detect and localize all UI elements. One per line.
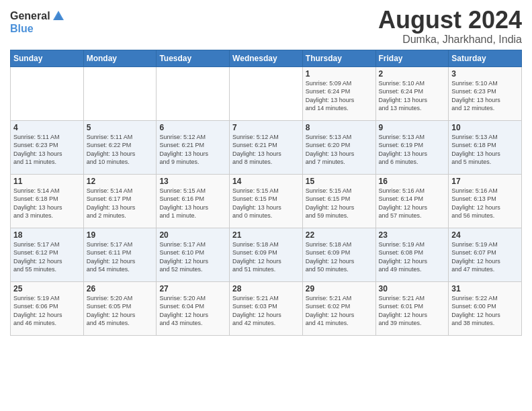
day-number: 9: [379, 123, 446, 132]
calendar-cell: 21Sunrise: 5:18 AM Sunset: 6:09 PM Dayli…: [230, 228, 303, 281]
calendar-week-5: 25Sunrise: 5:19 AM Sunset: 6:06 PM Dayli…: [11, 281, 522, 335]
day-detail: Sunrise: 5:19 AM Sunset: 6:07 PM Dayligh…: [451, 240, 519, 274]
day-number: 23: [379, 230, 446, 240]
day-detail: Sunrise: 5:17 AM Sunset: 6:12 PM Dayligh…: [13, 240, 81, 274]
calendar-cell: 10Sunrise: 5:13 AM Sunset: 6:18 PM Dayli…: [449, 120, 522, 174]
day-number: 17: [451, 177, 519, 186]
calendar-cell: 17Sunrise: 5:16 AM Sunset: 6:13 PM Dayli…: [449, 174, 522, 228]
day-number: 16: [379, 177, 446, 186]
calendar-cell: 7Sunrise: 5:12 AM Sunset: 6:21 PM Daylig…: [230, 120, 303, 174]
calendar-cell: 12Sunrise: 5:14 AM Sunset: 6:17 PM Dayli…: [83, 174, 157, 228]
day-detail: Sunrise: 5:13 AM Sunset: 6:18 PM Dayligh…: [451, 133, 519, 167]
col-friday: Friday: [375, 50, 449, 66]
day-detail: Sunrise: 5:16 AM Sunset: 6:13 PM Dayligh…: [451, 187, 519, 220]
day-detail: Sunrise: 5:18 AM Sunset: 6:09 PM Dayligh…: [306, 240, 373, 274]
calendar-week-2: 4Sunrise: 5:11 AM Sunset: 6:23 PM Daylig…: [11, 120, 522, 174]
calendar-cell: 18Sunrise: 5:17 AM Sunset: 6:12 PM Dayli…: [11, 228, 84, 281]
calendar-cell: 28Sunrise: 5:21 AM Sunset: 6:03 PM Dayli…: [230, 281, 303, 335]
calendar-cell: 24Sunrise: 5:19 AM Sunset: 6:07 PM Dayli…: [449, 228, 522, 281]
day-detail: Sunrise: 5:20 AM Sunset: 6:05 PM Dayligh…: [87, 294, 154, 328]
calendar-cell: 5Sunrise: 5:11 AM Sunset: 6:22 PM Daylig…: [83, 120, 157, 174]
calendar-table: Sunday Monday Tuesday Wednesday Thursday…: [10, 50, 522, 336]
calendar-week-4: 18Sunrise: 5:17 AM Sunset: 6:12 PM Dayli…: [11, 228, 522, 281]
col-sunday: Sunday: [11, 50, 84, 66]
col-tuesday: Tuesday: [157, 50, 230, 66]
calendar-cell: 29Sunrise: 5:21 AM Sunset: 6:02 PM Dayli…: [302, 281, 375, 335]
calendar-cell: 25Sunrise: 5:19 AM Sunset: 6:06 PM Dayli…: [11, 281, 84, 335]
calendar-cell: 3Sunrise: 5:10 AM Sunset: 6:23 PM Daylig…: [449, 66, 522, 120]
day-detail: Sunrise: 5:19 AM Sunset: 6:06 PM Dayligh…: [13, 294, 81, 328]
day-number: 19: [87, 230, 154, 240]
calendar-cell: 19Sunrise: 5:17 AM Sunset: 6:11 PM Dayli…: [83, 228, 157, 281]
day-number: 24: [451, 230, 519, 240]
logo: General Blue: [10, 9, 65, 35]
day-number: 6: [159, 123, 226, 132]
day-number: 15: [306, 177, 373, 186]
day-number: 3: [451, 69, 519, 79]
day-detail: Sunrise: 5:17 AM Sunset: 6:10 PM Dayligh…: [159, 240, 226, 274]
day-number: 26: [87, 284, 154, 293]
col-monday: Monday: [83, 50, 157, 66]
col-thursday: Thursday: [302, 50, 375, 66]
day-detail: Sunrise: 5:14 AM Sunset: 6:18 PM Dayligh…: [13, 187, 81, 220]
col-wednesday: Wednesday: [230, 50, 303, 66]
calendar-cell: 16Sunrise: 5:16 AM Sunset: 6:14 PM Dayli…: [375, 174, 449, 228]
day-number: 27: [159, 284, 226, 293]
calendar-cell: 13Sunrise: 5:15 AM Sunset: 6:16 PM Dayli…: [157, 174, 230, 228]
calendar-cell: 11Sunrise: 5:14 AM Sunset: 6:18 PM Dayli…: [11, 174, 84, 228]
day-number: 30: [379, 284, 446, 293]
col-saturday: Saturday: [449, 50, 522, 66]
day-detail: Sunrise: 5:21 AM Sunset: 6:01 PM Dayligh…: [379, 294, 446, 328]
title-block: August 2024 Dumka, Jharkhand, India: [378, 7, 522, 46]
day-detail: Sunrise: 5:19 AM Sunset: 6:08 PM Dayligh…: [379, 240, 446, 274]
day-number: 4: [13, 123, 81, 132]
calendar-cell: 6Sunrise: 5:12 AM Sunset: 6:21 PM Daylig…: [157, 120, 230, 174]
day-detail: Sunrise: 5:12 AM Sunset: 6:21 PM Dayligh…: [159, 133, 226, 167]
calendar-cell: 30Sunrise: 5:21 AM Sunset: 6:01 PM Dayli…: [375, 281, 449, 335]
page-header: General Blue August 2024 Dumka, Jharkhan…: [10, 7, 522, 46]
calendar-cell: 26Sunrise: 5:20 AM Sunset: 6:05 PM Dayli…: [83, 281, 157, 335]
day-detail: Sunrise: 5:13 AM Sunset: 6:20 PM Dayligh…: [306, 133, 373, 167]
calendar-cell: 2Sunrise: 5:10 AM Sunset: 6:24 PM Daylig…: [375, 66, 449, 120]
calendar-cell: 15Sunrise: 5:15 AM Sunset: 6:15 PM Dayli…: [302, 174, 375, 228]
calendar-cell: 22Sunrise: 5:18 AM Sunset: 6:09 PM Dayli…: [302, 228, 375, 281]
day-detail: Sunrise: 5:21 AM Sunset: 6:02 PM Dayligh…: [306, 294, 373, 328]
day-detail: Sunrise: 5:15 AM Sunset: 6:15 PM Dayligh…: [232, 187, 300, 220]
calendar-cell: 20Sunrise: 5:17 AM Sunset: 6:10 PM Dayli…: [157, 228, 230, 281]
day-detail: Sunrise: 5:14 AM Sunset: 6:17 PM Dayligh…: [87, 187, 154, 220]
day-detail: Sunrise: 5:11 AM Sunset: 6:22 PM Dayligh…: [87, 133, 154, 167]
calendar-cell: 8Sunrise: 5:13 AM Sunset: 6:20 PM Daylig…: [302, 120, 375, 174]
day-detail: Sunrise: 5:16 AM Sunset: 6:14 PM Dayligh…: [379, 187, 446, 220]
calendar-cell: [11, 66, 84, 120]
calendar-week-3: 11Sunrise: 5:14 AM Sunset: 6:18 PM Dayli…: [11, 174, 522, 228]
calendar-cell: 14Sunrise: 5:15 AM Sunset: 6:15 PM Dayli…: [230, 174, 303, 228]
day-detail: Sunrise: 5:15 AM Sunset: 6:15 PM Dayligh…: [306, 187, 373, 220]
day-number: 11: [13, 177, 81, 186]
day-number: 14: [232, 177, 300, 186]
day-detail: Sunrise: 5:10 AM Sunset: 6:23 PM Dayligh…: [451, 79, 519, 113]
day-detail: Sunrise: 5:12 AM Sunset: 6:21 PM Dayligh…: [232, 133, 300, 167]
day-number: 13: [159, 177, 226, 186]
calendar-subtitle: Dumka, Jharkhand, India: [378, 34, 522, 46]
day-number: 2: [379, 69, 446, 79]
day-detail: Sunrise: 5:13 AM Sunset: 6:19 PM Dayligh…: [379, 133, 446, 167]
calendar-cell: 9Sunrise: 5:13 AM Sunset: 6:19 PM Daylig…: [375, 120, 449, 174]
calendar-cell: [230, 66, 303, 120]
day-number: 18: [13, 230, 81, 240]
day-number: 1: [306, 69, 373, 79]
day-detail: Sunrise: 5:20 AM Sunset: 6:04 PM Dayligh…: [159, 294, 226, 328]
calendar-cell: 23Sunrise: 5:19 AM Sunset: 6:08 PM Dayli…: [375, 228, 449, 281]
day-detail: Sunrise: 5:15 AM Sunset: 6:16 PM Dayligh…: [159, 187, 226, 220]
logo-icon: [52, 9, 65, 23]
day-number: 10: [451, 123, 519, 132]
day-number: 25: [13, 284, 81, 293]
calendar-cell: [157, 66, 230, 120]
logo-general: General: [10, 11, 50, 21]
day-number: 12: [87, 177, 154, 186]
day-detail: Sunrise: 5:09 AM Sunset: 6:24 PM Dayligh…: [306, 79, 373, 113]
day-detail: Sunrise: 5:22 AM Sunset: 6:00 PM Dayligh…: [451, 294, 519, 328]
day-number: 8: [306, 123, 373, 132]
calendar-cell: 31Sunrise: 5:22 AM Sunset: 6:00 PM Dayli…: [449, 281, 522, 335]
calendar-cell: 4Sunrise: 5:11 AM Sunset: 6:23 PM Daylig…: [11, 120, 84, 174]
logo-blue: Blue: [10, 23, 34, 34]
